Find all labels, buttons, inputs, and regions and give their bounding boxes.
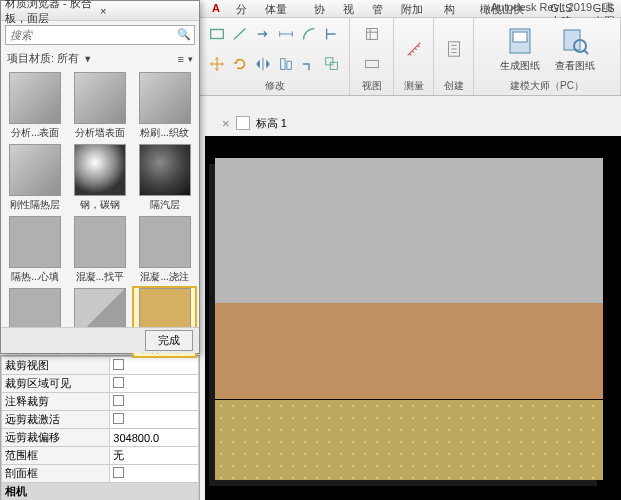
filter-label[interactable]: 项目材质: 所有 [7,51,79,66]
view-icon[interactable] [362,24,382,44]
material-item[interactable]: 混凝...找平 [70,216,131,284]
close-tab-icon[interactable]: × [222,116,230,131]
dialog-titlebar[interactable]: 材质浏览器 - 胶合板，面层 × [1,1,199,21]
material-item[interactable]: 隔汽层 [134,144,195,212]
prop-key: 裁剪区域可见 [2,375,110,393]
material-item[interactable]: 分析墙表面 [70,72,131,140]
dim-icon[interactable] [276,24,296,44]
dialog-title: 材质浏览器 - 胶合板，面层 [5,0,96,26]
material-item[interactable]: 隔热...心填 [5,216,66,284]
viewport-3d[interactable] [205,136,621,500]
checkbox[interactable] [113,359,124,370]
create-icon[interactable] [444,39,464,59]
material-label: 钢，碳钢 [71,198,129,212]
ribbon-tab[interactable]: 管理 [370,0,387,17]
material-label: 混凝...浇注 [136,270,194,284]
chevron-down-icon[interactable]: ▼ [83,54,92,64]
ribbon-tab[interactable]: 分析 [234,0,251,17]
done-button[interactable]: 完成 [145,330,193,351]
material-item[interactable]: 粉刷...织纹 [134,72,195,140]
ribbon-tab[interactable]: 构件坞 [442,0,466,17]
prop-value[interactable]: 无 [113,449,124,461]
rect-icon[interactable] [207,24,227,44]
extend-icon[interactable] [322,24,342,44]
material-thumb [139,216,191,268]
prop-key: 剖面框 [2,465,110,483]
material-thumb [9,72,61,124]
search-input[interactable] [5,25,195,45]
svg-rect-3 [366,28,377,39]
list-view-icon[interactable]: ≡ [178,53,184,65]
close-icon[interactable]: × [96,5,195,17]
app-title: Autodesk Revit 2019 - 项 [491,0,613,15]
page-icon [236,116,250,130]
ribbon-tab[interactable]: 附加模块 [399,0,429,17]
line-icon[interactable] [230,24,250,44]
ribbon-group-label: 视图 [362,79,382,93]
material-label: 隔热...心填 [6,270,64,284]
sheet-icon [504,25,536,57]
prop-group[interactable]: 相机 [2,483,199,501]
material-thumb [9,216,61,268]
material-thumb [139,72,191,124]
document-tab[interactable]: × 标高 1 [222,113,287,133]
magnify-icon [559,25,591,57]
checkbox[interactable] [113,467,124,478]
checkbox[interactable] [113,395,124,406]
materials-grid: 分析...表面分析墙表面粉刷...织纹刚性隔热层钢，碳钢隔汽层隔热...心填混凝… [1,68,199,360]
svg-rect-2 [330,62,337,69]
svg-rect-7 [513,32,527,42]
arrow-icon[interactable] [253,24,273,44]
layer-plywood [215,400,603,481]
material-thumb [74,72,126,124]
ribbon-group-label: 建模大师（PC） [510,79,584,93]
trim-icon[interactable] [299,54,319,74]
material-label: 粉刷...织纹 [136,126,194,140]
layer-brown [215,303,603,400]
offset-icon[interactable] [322,54,342,74]
material-label: 分析...表面 [6,126,64,140]
chevron-down-icon[interactable]: ▾ [188,54,193,64]
wall-model[interactable] [215,158,603,480]
material-label: 混凝...找平 [71,270,129,284]
ribbon-group-label: 创建 [444,79,464,93]
gen-drawing-button[interactable]: 生成图纸 [494,23,546,75]
material-item[interactable]: 刚性隔热层 [5,144,66,212]
ribbon-tab[interactable]: 协作 [312,0,329,17]
arc-icon[interactable] [299,24,319,44]
align-icon[interactable] [276,54,296,74]
material-label: 分析墙表面 [71,126,129,140]
move-icon[interactable] [207,54,227,74]
properties-panel: 裁剪视图裁剪区域可见注释裁剪远剪裁激活远剪裁偏移304800.0范围框无剖面框相… [0,355,200,500]
material-thumb [74,216,126,268]
measure-icon[interactable] [404,39,424,59]
ribbon-group-label: 测量 [404,79,424,93]
search-box: 🔍 [5,25,195,45]
material-thumb [74,144,126,196]
material-thumb [9,144,61,196]
mirror-icon[interactable] [253,54,273,74]
checkbox[interactable] [113,413,124,424]
ribbon-group-label: 修改 [265,79,285,93]
view2-icon[interactable] [362,54,382,74]
checkbox[interactable] [113,377,124,388]
svg-rect-4 [365,60,378,67]
prop-key: 远剪裁激活 [2,411,110,429]
prop-key: 范围框 [2,447,110,465]
material-label: 刚性隔热层 [6,198,64,212]
material-label: 隔汽层 [136,198,194,212]
prop-key: 远剪裁偏移 [2,429,110,447]
search-icon[interactable]: 🔍 [177,28,191,41]
ribbon-tab[interactable]: 体量和场地 [263,0,300,17]
material-item[interactable]: 钢，碳钢 [70,144,131,212]
material-item[interactable]: 混凝...浇注 [134,216,195,284]
prop-value[interactable]: 304800.0 [113,432,159,444]
material-item[interactable]: 分析...表面 [5,72,66,140]
ribbon-tab[interactable]: A [210,0,222,17]
material-thumb [139,144,191,196]
ribbon-tab[interactable]: 视图 [341,0,358,17]
rotate-icon[interactable] [230,54,250,74]
view-drawing-button[interactable]: 查看图纸 [549,23,601,75]
ribbon: 修改 视图 测量 创建 生成图纸 查看图纸 建模大师（PC） [200,18,621,96]
tab-label: 标高 1 [256,116,287,131]
